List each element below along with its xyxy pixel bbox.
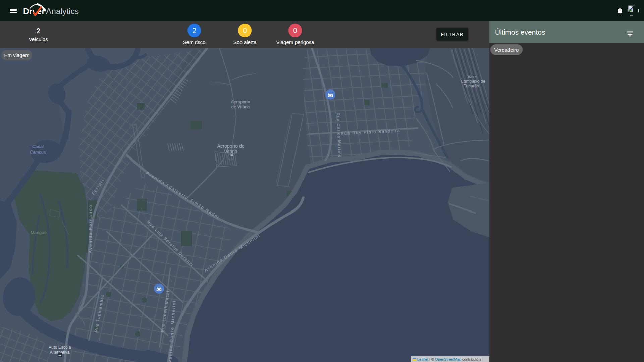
svg-text:Canal: Canal <box>32 144 44 149</box>
svg-text:Complexo de: Complexo de <box>461 79 485 84</box>
svg-text:Aeroporto: Aeroporto <box>231 99 250 104</box>
svg-text:Camburi: Camburi <box>30 149 46 155</box>
svg-text:Avenida Fernando: Avenida Fernando <box>88 204 93 253</box>
svg-text:Auto Escola: Auto Escola <box>49 345 71 350</box>
svg-text:Drı: Drı <box>23 7 35 16</box>
svg-text:Aeroporto de: Aeroporto de <box>217 143 245 149</box>
svg-text:de Vitória: de Vitória <box>231 104 250 109</box>
svg-text:Vale-: Vale- <box>468 74 477 79</box>
svg-text:Mangue: Mangue <box>31 230 47 235</box>
svg-text:Analytics: Analytics <box>46 7 79 16</box>
svg-text:Tubarão: Tubarão <box>464 84 479 88</box>
